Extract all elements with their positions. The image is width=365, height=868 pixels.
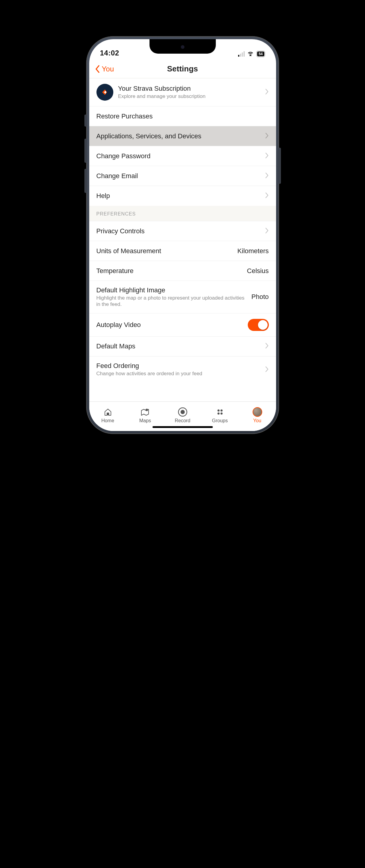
volume-up-button [84,138,87,163]
tab-label: Groups [212,418,227,424]
row-subscription[interactable]: Your Strava Subscription Explore and man… [89,79,276,106]
section-header-preferences: PREFERENCES [89,206,276,221]
chevron-left-icon [95,65,100,73]
row-value: Photo [251,286,269,301]
tab-you[interactable]: You [239,402,276,427]
strava-badge-icon [96,84,113,101]
svg-point-2 [146,409,148,411]
row-default-maps[interactable]: Default Maps [89,337,276,356]
chevron-right-icon [265,227,269,235]
row-temperature[interactable]: Temperature Celsius [89,261,276,281]
battery-icon: 54 [256,51,265,57]
phone-frame: 14:02 54 You Settings [86,36,279,434]
row-title: Default Maps [96,342,261,350]
row-title: Temperature [96,267,242,275]
wifi-icon [247,51,254,57]
record-icon [178,407,188,417]
svg-point-0 [250,55,251,56]
row-title: Units of Measurement [96,247,233,255]
svg-point-6 [220,409,222,411]
nav-header: You Settings [89,60,276,79]
row-title: Help [96,192,261,200]
status-time: 14:02 [100,49,119,57]
row-help[interactable]: Help [89,186,276,206]
power-button [278,148,281,184]
row-feed-ordering[interactable]: Feed Ordering Change how activities are … [89,356,276,378]
tab-label: Home [101,418,114,424]
avatar [252,407,262,417]
svg-point-5 [217,409,219,411]
tab-label: Maps [139,418,151,424]
row-autoplay-video[interactable]: Autoplay Video [89,313,276,337]
battery-level: 54 [257,52,264,56]
tab-label: You [253,418,261,424]
row-title: Feed Ordering [96,362,261,370]
cellular-icon [238,51,245,57]
back-label: You [102,65,114,73]
row-title: Change Password [96,152,261,160]
settings-list: Your Strava Subscription Explore and man… [89,79,276,401]
svg-rect-1 [107,413,109,415]
row-title: Change Email [96,172,261,180]
tab-home[interactable]: Home [89,402,127,427]
row-title: Restore Purchases [96,113,269,120]
row-applications-services-devices[interactable]: Applications, Services, and Devices [89,126,276,146]
page-title: Settings [167,64,198,73]
home-indicator [153,426,213,428]
row-subtitle: Explore and manage your subscription [118,93,261,99]
row-title: Privacy Controls [96,227,261,235]
row-title: Your Strava Subscription [118,85,261,93]
chevron-right-icon [265,153,269,160]
autoplay-toggle[interactable] [248,319,269,331]
chevron-right-icon [265,192,269,199]
chevron-right-icon [265,89,269,96]
avatar-icon [252,407,262,417]
volume-down-button [84,169,87,193]
row-change-password[interactable]: Change Password [89,146,276,166]
maps-icon [140,407,150,417]
row-privacy-controls[interactable]: Privacy Controls [89,221,276,241]
row-value: Kilometers [238,247,269,255]
row-highlight-image[interactable]: Default Highlight Image Highlight the ma… [89,281,276,313]
row-restore-purchases[interactable]: Restore Purchases [89,106,276,126]
chevron-right-icon [265,133,269,140]
chevron-right-icon [265,343,269,350]
svg-point-4 [181,410,185,414]
row-value: Celsius [247,267,269,275]
row-change-email[interactable]: Change Email [89,166,276,186]
row-subtitle: Change how activities are ordered in you… [96,370,261,377]
row-title: Default Highlight Image [96,286,247,294]
tab-groups[interactable]: Groups [201,402,239,427]
row-units[interactable]: Units of Measurement Kilometers [89,241,276,261]
row-subtitle: Highlight the map or a photo to represen… [96,295,247,308]
notch [150,39,216,54]
side-button [84,115,87,127]
chevron-right-icon [265,173,269,180]
chevron-right-icon [265,362,269,373]
tab-label: Record [175,418,190,424]
row-title: Applications, Services, and Devices [96,132,261,140]
tab-record[interactable]: Record [164,402,201,427]
row-title: Autoplay Video [96,321,243,329]
svg-point-7 [217,412,219,414]
home-icon [103,407,113,417]
tab-maps[interactable]: Maps [127,402,164,427]
svg-point-8 [220,412,222,414]
groups-icon [215,407,224,417]
back-button[interactable]: You [95,65,114,73]
